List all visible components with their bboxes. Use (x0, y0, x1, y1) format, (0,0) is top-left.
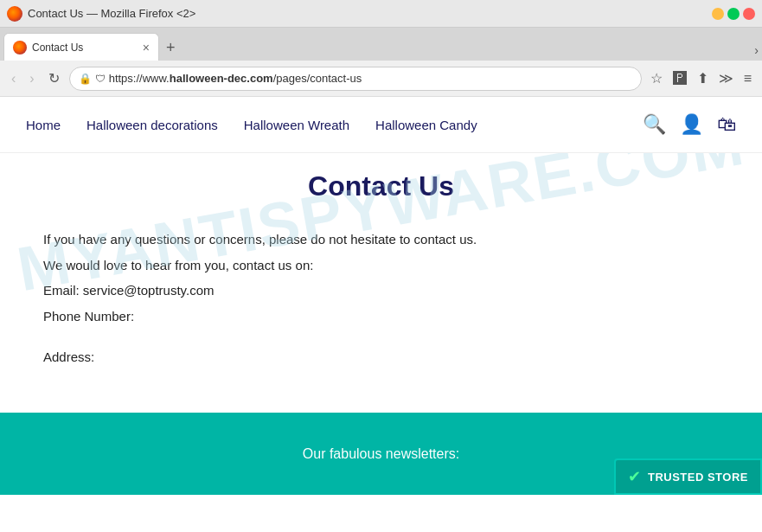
trusted-store-badge[interactable]: ✔ TRUSTED STORE (614, 458, 762, 495)
email-link[interactable]: service@toptrusty.com (83, 283, 215, 298)
tab-bar-right: › (754, 43, 759, 61)
minimize-button[interactable] (712, 8, 724, 20)
site-footer: Our fabulous newsletters: ✔ TRUSTED STOR… (0, 413, 762, 495)
intro-line2: We would love to hear from you, contact … (43, 254, 719, 277)
maximize-button[interactable] (727, 8, 740, 20)
tab-close-button[interactable]: × (143, 41, 150, 54)
nav-halloween-candy[interactable]: Halloween Candy (375, 118, 477, 132)
window-controls (712, 8, 755, 20)
forward-button[interactable]: › (25, 67, 38, 90)
address-line: Address: (43, 346, 719, 369)
nav-icons: 🔍 👤 🛍 (643, 113, 736, 136)
account-button[interactable]: 👤 (680, 113, 703, 136)
cart-button[interactable]: 🛍 (717, 113, 736, 136)
page-title: Contact Us (43, 170, 719, 202)
intro-line1: If you have any questions or concerns, p… (43, 228, 719, 251)
pocket-button[interactable]: 🅿 (669, 67, 690, 90)
site-nav: Home Halloween decorations Halloween Wre… (0, 97, 762, 153)
title-bar: Contact Us — Mozilla Firefox <2> (0, 0, 762, 28)
tab-favicon (13, 41, 27, 54)
nav-halloween-decorations[interactable]: Halloween decorations (86, 118, 218, 132)
nav-home[interactable]: Home (26, 118, 61, 132)
url-prefix: https://www. (109, 72, 170, 85)
address-bar: ‹ › ↻ 🔒 🛡 https://www.halloween-dec.com/… (0, 61, 762, 97)
shield-icon: ✔ (628, 467, 641, 486)
url-domain: halloween-dec.com (170, 72, 273, 85)
new-tab-button[interactable]: + (161, 39, 181, 57)
back-button[interactable]: ‹ (7, 67, 20, 90)
address-actions: ☆ 🅿 ⬆ ≫ ≡ (647, 67, 755, 90)
tab-bar: Contact Us × + › (0, 28, 762, 61)
email-label: Email: (43, 283, 80, 298)
url-path: /pages/contact-us (273, 72, 362, 85)
newsletter-text: Our fabulous newsletters: (303, 446, 459, 462)
reload-button[interactable]: ↻ (44, 67, 64, 90)
url-display: https://www.halloween-dec.com/pages/cont… (109, 72, 632, 85)
bookmark-button[interactable]: ☆ (647, 67, 666, 90)
search-button[interactable]: 🔍 (643, 113, 666, 136)
trusted-store-label: TRUSTED STORE (648, 471, 748, 484)
lock-icon: 🔒 (79, 73, 92, 85)
active-tab[interactable]: Contact Us × (3, 33, 159, 61)
phone-line: Phone Number: (43, 305, 719, 328)
window-title: Contact Us — Mozilla Firefox <2> (28, 7, 195, 20)
tab-list-button[interactable]: › (754, 43, 759, 57)
page-content: MYANTISPYWARE.COM Contact Us If you have… (0, 153, 762, 413)
email-line: Email: service@toptrusty.com (43, 279, 719, 302)
address-input[interactable]: 🔒 🛡 https://www.halloween-dec.com/pages/… (69, 67, 642, 91)
extensions-button[interactable]: ≫ (715, 67, 737, 90)
shield-verify-icon: 🛡 (95, 73, 106, 85)
nav-links: Home Halloween decorations Halloween Wre… (26, 118, 643, 132)
share-button[interactable]: ⬆ (694, 67, 712, 90)
close-window-button[interactable] (743, 8, 755, 20)
tab-title: Contact Us (32, 42, 138, 54)
firefox-icon (7, 6, 22, 22)
nav-halloween-wreath[interactable]: Halloween Wreath (244, 118, 349, 132)
menu-button[interactable]: ≡ (740, 67, 755, 90)
